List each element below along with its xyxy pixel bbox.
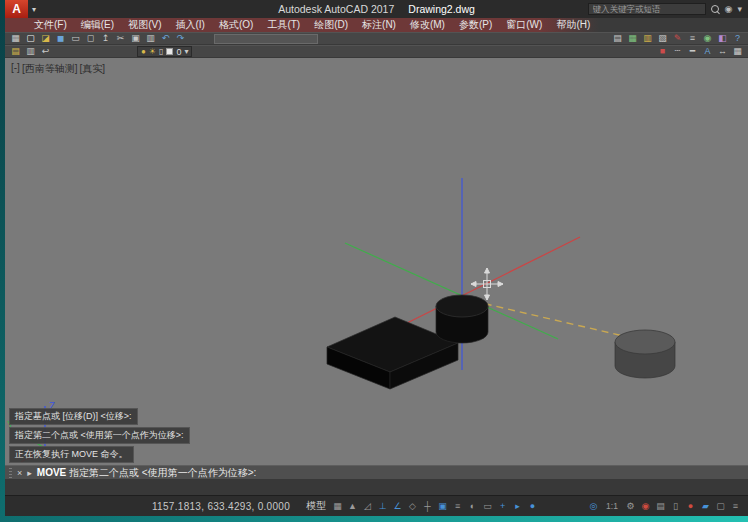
menu-modify[interactable]: 修改(M) — [403, 18, 452, 32]
recent-commands-icon[interactable]: ▸ — [27, 468, 32, 478]
menu-insert[interactable]: 插入(I) — [168, 18, 211, 32]
menu-window[interactable]: 窗口(W) — [499, 18, 549, 32]
quick-access-dropdown-icon[interactable]: ▾ — [28, 5, 40, 14]
toolbar-combobox[interactable] — [214, 34, 318, 44]
search-icon[interactable] — [711, 5, 720, 14]
new-file-icon[interactable]: ▢ — [23, 33, 38, 44]
annotation-visibility-icon[interactable]: ● — [525, 501, 540, 511]
workspace-switching-icon[interactable]: ⚙ — [623, 501, 638, 511]
desktop-background: A ▾ Autodesk AutoCAD 2017Drawing2.dwg ◉ … — [0, 0, 748, 522]
grid-icon[interactable]: ▦ — [330, 501, 345, 511]
menu-view[interactable]: 视图(V) — [121, 18, 168, 32]
chevron-down-icon[interactable]: ▾ — [737, 4, 742, 14]
x-axis-line[interactable] — [405, 237, 580, 324]
selection-cycling-icon[interactable]: ▭ — [480, 501, 495, 511]
menu-draw[interactable]: 绘图(D) — [307, 18, 355, 32]
search-input[interactable] — [588, 3, 706, 15]
object-color-icon[interactable]: ■ — [655, 46, 670, 57]
clean-screen-icon[interactable]: ▢ — [713, 501, 728, 511]
menu-file[interactable]: 文件(F) — [27, 18, 74, 32]
title-bar: A ▾ Autodesk AutoCAD 2017Drawing2.dwg ◉ … — [5, 0, 748, 18]
autoscale-icon[interactable]: ◎ — [586, 501, 601, 511]
close-icon[interactable]: × — [17, 468, 22, 478]
menu-tools[interactable]: 工具(T) — [260, 18, 307, 32]
command-history-line: 正在恢复执行 MOVE 命令。 — [9, 446, 134, 463]
linetype-icon[interactable]: ┄ — [670, 46, 685, 57]
menu-edit[interactable]: 编辑(E) — [74, 18, 121, 32]
infer-constraints-icon[interactable]: ◿ — [360, 501, 375, 511]
properties-icon[interactable]: ▤ — [610, 33, 625, 44]
object-snap-tracking-icon[interactable]: ┼ — [420, 501, 435, 511]
sheet-set-manager-icon[interactable]: ▧ — [655, 33, 670, 44]
quickcalc-icon[interactable]: ≡ — [685, 33, 700, 44]
layer-dropdown-arrow-icon: ▾ — [184, 47, 188, 57]
selected-cylinder-solid[interactable] — [436, 295, 488, 343]
application-menu-button[interactable]: A — [5, 0, 28, 18]
isodraft-icon[interactable]: ◇ — [405, 501, 420, 511]
paste-icon[interactable]: ▥ — [143, 33, 158, 44]
open-file-icon[interactable]: ◪ — [38, 33, 53, 44]
graphics-performance-icon[interactable]: ▰ — [698, 501, 713, 511]
publish-icon[interactable]: ↥ — [98, 33, 113, 44]
ortho-icon[interactable]: ⊥ — [375, 501, 390, 511]
materials-icon[interactable]: ◧ — [715, 33, 730, 44]
transparency-icon[interactable]: ◐ — [465, 501, 480, 511]
dynamic-input-icon[interactable]: ▸ — [510, 501, 525, 511]
markup-set-manager-icon[interactable]: ✎ — [670, 33, 685, 44]
menu-format[interactable]: 格式(O) — [212, 18, 260, 32]
isolate-objects-icon[interactable]: ● — [683, 501, 698, 511]
document-name: Drawing2.dwg — [408, 3, 475, 15]
layer-freeze-sun-icon: ☀ — [149, 47, 156, 57]
menu-parametric[interactable]: 参数(P) — [452, 18, 499, 32]
text-style-icon[interactable]: A — [700, 46, 715, 57]
plot-icon[interactable]: ▭ — [68, 33, 83, 44]
workspace-icon[interactable]: ▦ — [8, 33, 23, 44]
layer-states-icon[interactable]: ▥ — [23, 46, 38, 57]
layer-lock-icon: ▯ — [159, 47, 163, 57]
copy-icon[interactable]: ▣ — [128, 33, 143, 44]
coordinates-display[interactable]: 1157.1813, 633.4293, 0.0000 — [152, 501, 290, 512]
snap-mode-icon[interactable]: ▲ — [345, 501, 360, 511]
command-line-grip[interactable] — [9, 468, 12, 478]
layer-color-swatch — [166, 48, 173, 55]
cut-icon[interactable]: ✂ — [113, 33, 128, 44]
lock-ui-icon[interactable]: ▯ — [668, 501, 683, 511]
command-prompt-text: 指定第二个点或 <使用第一个点作为位移>: — [69, 467, 256, 478]
command-history: 指定基点或 [位移(D)] <位移>: 指定第二个点或 <使用第一个点作为位移>… — [9, 408, 190, 463]
dim-style-icon[interactable]: ↔ — [715, 46, 730, 57]
object-snap-icon[interactable]: ▣ — [435, 501, 450, 511]
redo-icon[interactable]: ↷ — [173, 33, 188, 44]
command-input[interactable]: MOVE 指定第二个点或 <使用第一个点作为位移>: — [37, 466, 256, 480]
target-cylinder-solid[interactable] — [615, 330, 675, 378]
menu-dimension[interactable]: 标注(N) — [355, 18, 403, 32]
help-icon[interactable]: ? — [730, 33, 745, 44]
save-icon[interactable]: ◼ — [53, 33, 68, 44]
designcenter-icon[interactable]: ▦ — [625, 33, 640, 44]
annotation-scale-icon[interactable]: 1:1 — [601, 501, 623, 511]
model-space-button[interactable]: 模型 — [302, 499, 330, 513]
user-icon[interactable]: ◉ — [725, 4, 733, 14]
layer-previous-icon[interactable]: ↩ — [38, 46, 53, 57]
undo-icon[interactable]: ↶ — [158, 33, 173, 44]
quick-properties-icon[interactable]: ▤ — [653, 501, 668, 511]
layer-properties-icon[interactable]: ▤ — [8, 46, 23, 57]
table-style-icon[interactable]: ▦ — [730, 46, 745, 57]
command-line-bar[interactable]: × ▸ MOVE 指定第二个点或 <使用第一个点作为位移>: — [5, 465, 748, 479]
plot-preview-icon[interactable]: ◻ — [83, 33, 98, 44]
model-space-viewport[interactable]: Z Y X [-] [西南等轴测] [真实] 指定基点或 [位移(D)] <位移… — [5, 58, 748, 465]
dynamic-ucs-icon[interactable]: + — [495, 501, 510, 511]
layout-tabs-area — [5, 479, 748, 495]
tool-palettes-icon[interactable]: ▥ — [640, 33, 655, 44]
layer-control-dropdown[interactable]: ● ☀ ▯ 0 ▾ — [137, 46, 192, 57]
visual-style-control[interactable]: [真实] — [79, 62, 105, 76]
render-icon[interactable]: ◉ — [700, 33, 715, 44]
lineweight-icon[interactable]: ≡ — [450, 501, 465, 511]
annotation-monitor-icon[interactable]: ◉ — [638, 501, 653, 511]
viewport-menu-control[interactable]: [-] — [11, 62, 20, 76]
menu-help[interactable]: 帮助(H) — [549, 18, 597, 32]
customization-icon[interactable]: ≡ — [728, 501, 743, 511]
viewport-controls: [-] [西南等轴测] [真实] — [11, 62, 105, 76]
view-direction-control[interactable]: [西南等轴测] — [22, 62, 78, 76]
lineweight-ctrl-icon[interactable]: ━ — [685, 46, 700, 57]
polar-tracking-icon[interactable]: ∠ — [390, 501, 405, 511]
